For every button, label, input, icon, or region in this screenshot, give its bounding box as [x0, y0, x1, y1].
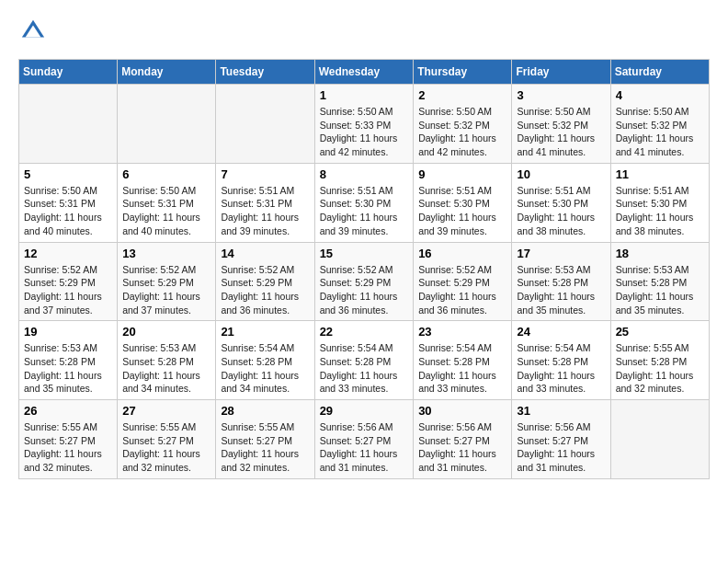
day-number: 1 — [320, 88, 409, 102]
day-number: 14 — [221, 247, 309, 260]
calendar-week-row: 12Sunrise: 5:52 AMSunset: 5:29 PMDayligh… — [19, 242, 710, 321]
cell-info: Sunrise: 5:51 AMSunset: 5:30 PMDaylight:… — [517, 184, 605, 238]
day-number: 27 — [122, 404, 210, 418]
calendar-cell: 2Sunrise: 5:50 AMSunset: 5:32 PMDaylight… — [414, 85, 512, 164]
column-header-saturday: Saturday — [610, 60, 709, 85]
calendar-cell: 29Sunrise: 5:56 AMSunset: 5:27 PMDayligh… — [314, 400, 414, 479]
day-number: 6 — [122, 167, 210, 181]
day-number: 31 — [517, 404, 605, 418]
cell-info: Sunrise: 5:52 AMSunset: 5:29 PMDaylight:… — [24, 263, 112, 317]
calendar-cell: 11Sunrise: 5:51 AMSunset: 5:30 PMDayligh… — [610, 163, 709, 242]
day-number: 30 — [418, 404, 506, 418]
cell-info: Sunrise: 5:50 AMSunset: 5:31 PMDaylight:… — [24, 184, 112, 238]
calendar-cell: 21Sunrise: 5:54 AMSunset: 5:28 PMDayligh… — [216, 321, 314, 400]
day-number: 29 — [320, 404, 409, 418]
calendar-table: SundayMondayTuesdayWednesdayThursdayFrid… — [18, 59, 710, 479]
day-number: 26 — [24, 404, 112, 418]
day-number: 21 — [221, 325, 309, 339]
calendar-cell: 9Sunrise: 5:51 AMSunset: 5:30 PMDaylight… — [414, 163, 512, 242]
cell-info: Sunrise: 5:52 AMSunset: 5:29 PMDaylight:… — [122, 263, 210, 317]
calendar-cell: 31Sunrise: 5:56 AMSunset: 5:27 PMDayligh… — [512, 400, 610, 479]
cell-info: Sunrise: 5:52 AMSunset: 5:29 PMDaylight:… — [418, 263, 506, 317]
cell-info: Sunrise: 5:56 AMSunset: 5:27 PMDaylight:… — [418, 420, 506, 475]
day-number: 16 — [418, 247, 506, 260]
day-number: 20 — [122, 325, 210, 339]
calendar-cell: 27Sunrise: 5:55 AMSunset: 5:27 PMDayligh… — [118, 400, 216, 479]
cell-info: Sunrise: 5:55 AMSunset: 5:27 PMDaylight:… — [24, 420, 112, 475]
calendar-cell: 26Sunrise: 5:55 AMSunset: 5:27 PMDayligh… — [19, 400, 118, 479]
cell-info: Sunrise: 5:50 AMSunset: 5:31 PMDaylight:… — [122, 184, 210, 238]
cell-info: Sunrise: 5:55 AMSunset: 5:28 PMDaylight:… — [616, 341, 704, 396]
day-number: 4 — [616, 88, 704, 102]
calendar-cell: 30Sunrise: 5:56 AMSunset: 5:27 PMDayligh… — [414, 400, 512, 479]
cell-info: Sunrise: 5:50 AMSunset: 5:32 PMDaylight:… — [616, 105, 704, 159]
calendar-cell — [118, 85, 216, 164]
calendar-header-row: SundayMondayTuesdayWednesdayThursdayFrid… — [19, 60, 710, 85]
calendar-cell: 18Sunrise: 5:53 AMSunset: 5:28 PMDayligh… — [610, 242, 709, 321]
calendar-cell: 13Sunrise: 5:52 AMSunset: 5:29 PMDayligh… — [118, 242, 216, 321]
calendar-cell: 19Sunrise: 5:53 AMSunset: 5:28 PMDayligh… — [19, 321, 118, 400]
calendar-cell: 3Sunrise: 5:50 AMSunset: 5:32 PMDaylight… — [512, 85, 610, 164]
day-number: 19 — [24, 325, 112, 339]
day-number: 15 — [320, 247, 409, 260]
cell-info: Sunrise: 5:54 AMSunset: 5:28 PMDaylight:… — [221, 341, 309, 396]
cell-info: Sunrise: 5:53 AMSunset: 5:28 PMDaylight:… — [122, 341, 210, 396]
cell-info: Sunrise: 5:52 AMSunset: 5:29 PMDaylight:… — [320, 263, 409, 317]
day-number: 18 — [616, 247, 704, 260]
day-number: 5 — [24, 167, 112, 181]
column-header-tuesday: Tuesday — [216, 60, 314, 85]
day-number: 7 — [221, 167, 309, 181]
day-number: 23 — [418, 325, 506, 339]
calendar-cell: 7Sunrise: 5:51 AMSunset: 5:31 PMDaylight… — [216, 163, 314, 242]
day-number: 25 — [616, 325, 704, 339]
day-number: 13 — [122, 247, 210, 260]
day-number: 2 — [418, 88, 506, 102]
cell-info: Sunrise: 5:51 AMSunset: 5:31 PMDaylight:… — [221, 184, 309, 238]
calendar-week-row: 1Sunrise: 5:50 AMSunset: 5:33 PMDaylight… — [19, 85, 710, 164]
cell-info: Sunrise: 5:54 AMSunset: 5:28 PMDaylight:… — [517, 341, 605, 396]
cell-info: Sunrise: 5:54 AMSunset: 5:28 PMDaylight:… — [320, 341, 409, 396]
cell-info: Sunrise: 5:53 AMSunset: 5:28 PMDaylight:… — [616, 263, 704, 317]
calendar-cell: 4Sunrise: 5:50 AMSunset: 5:32 PMDaylight… — [610, 85, 709, 164]
cell-info: Sunrise: 5:54 AMSunset: 5:28 PMDaylight:… — [418, 341, 506, 396]
day-number: 10 — [517, 167, 605, 181]
calendar-cell: 14Sunrise: 5:52 AMSunset: 5:29 PMDayligh… — [216, 242, 314, 321]
column-header-monday: Monday — [118, 60, 216, 85]
calendar-cell: 10Sunrise: 5:51 AMSunset: 5:30 PMDayligh… — [512, 163, 610, 242]
cell-info: Sunrise: 5:51 AMSunset: 5:30 PMDaylight:… — [320, 184, 409, 238]
calendar-cell: 17Sunrise: 5:53 AMSunset: 5:28 PMDayligh… — [512, 242, 610, 321]
day-number: 24 — [517, 325, 605, 339]
day-number: 3 — [517, 88, 605, 102]
cell-info: Sunrise: 5:52 AMSunset: 5:29 PMDaylight:… — [221, 263, 309, 317]
calendar-cell: 8Sunrise: 5:51 AMSunset: 5:30 PMDaylight… — [314, 163, 414, 242]
column-header-thursday: Thursday — [414, 60, 512, 85]
calendar-week-row: 19Sunrise: 5:53 AMSunset: 5:28 PMDayligh… — [19, 321, 710, 400]
day-number: 22 — [320, 325, 409, 339]
column-header-sunday: Sunday — [19, 60, 118, 85]
column-header-wednesday: Wednesday — [314, 60, 414, 85]
day-number: 9 — [418, 167, 506, 181]
day-number: 8 — [320, 167, 409, 181]
calendar-cell: 16Sunrise: 5:52 AMSunset: 5:29 PMDayligh… — [414, 242, 512, 321]
calendar-cell: 1Sunrise: 5:50 AMSunset: 5:33 PMDaylight… — [314, 85, 414, 164]
day-number: 17 — [517, 247, 605, 260]
logo — [18, 18, 48, 44]
cell-info: Sunrise: 5:50 AMSunset: 5:33 PMDaylight:… — [320, 105, 409, 159]
day-number: 11 — [616, 167, 704, 181]
cell-info: Sunrise: 5:51 AMSunset: 5:30 PMDaylight:… — [418, 184, 506, 238]
cell-info: Sunrise: 5:55 AMSunset: 5:27 PMDaylight:… — [122, 420, 210, 475]
cell-info: Sunrise: 5:50 AMSunset: 5:32 PMDaylight:… — [517, 105, 605, 159]
calendar-cell: 25Sunrise: 5:55 AMSunset: 5:28 PMDayligh… — [610, 321, 709, 400]
cell-info: Sunrise: 5:56 AMSunset: 5:27 PMDaylight:… — [517, 420, 605, 475]
cell-info: Sunrise: 5:55 AMSunset: 5:27 PMDaylight:… — [221, 420, 309, 475]
calendar-cell: 20Sunrise: 5:53 AMSunset: 5:28 PMDayligh… — [118, 321, 216, 400]
column-header-friday: Friday — [512, 60, 610, 85]
calendar-cell: 23Sunrise: 5:54 AMSunset: 5:28 PMDayligh… — [414, 321, 512, 400]
cell-info: Sunrise: 5:51 AMSunset: 5:30 PMDaylight:… — [616, 184, 704, 238]
calendar-cell: 15Sunrise: 5:52 AMSunset: 5:29 PMDayligh… — [314, 242, 414, 321]
cell-info: Sunrise: 5:53 AMSunset: 5:28 PMDaylight:… — [24, 341, 112, 396]
calendar-cell: 12Sunrise: 5:52 AMSunset: 5:29 PMDayligh… — [19, 242, 118, 321]
calendar-cell: 28Sunrise: 5:55 AMSunset: 5:27 PMDayligh… — [216, 400, 314, 479]
calendar-cell: 24Sunrise: 5:54 AMSunset: 5:28 PMDayligh… — [512, 321, 610, 400]
cell-info: Sunrise: 5:53 AMSunset: 5:28 PMDaylight:… — [517, 263, 605, 317]
